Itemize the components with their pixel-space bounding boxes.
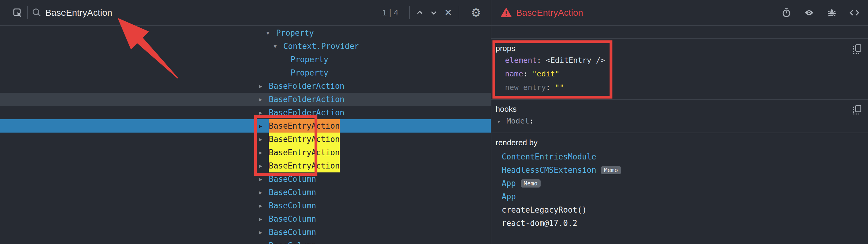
component-name: BaseColumn (269, 173, 316, 186)
inspected-element-header: BaseEntryAction (491, 0, 868, 26)
collapsed-arrow-icon[interactable]: ▸ (259, 109, 269, 116)
owner-link[interactable]: App (502, 192, 516, 201)
props-section: props element:<EditEntry />name:"edit"ne… (491, 39, 868, 100)
tree-row-basecolumn[interactable]: ▸BaseColumn (0, 186, 491, 199)
collapsed-arrow-icon[interactable]: ▸ (259, 122, 269, 129)
owner-label: react-dom@17.0.2 (502, 219, 577, 228)
tree-row-basefolderaction[interactable]: ▸BaseFolderAction (0, 106, 491, 119)
tree-row-basecolumn[interactable]: ▸BaseColumn (0, 225, 491, 239)
collapsed-arrow-icon[interactable]: ▸ (259, 242, 269, 244)
props-list: element:<EditEntry />name:"edit"new entr… (496, 54, 868, 94)
stopwatch-icon[interactable] (781, 7, 792, 18)
rendered-by-item: App (496, 190, 868, 203)
rendered-by-list: ContentEntriesModuleHeadlessCMSExtension… (496, 148, 868, 230)
prop-key: new entry (505, 83, 546, 92)
component-name: Property (290, 53, 328, 66)
component-name: Property (290, 66, 328, 80)
collapsed-arrow-icon[interactable]: ▸ (259, 228, 269, 236)
copy-icon[interactable] (853, 105, 861, 115)
tree-row-basecolumn[interactable]: ▸BaseColumn (0, 239, 491, 244)
next-match-button[interactable] (427, 8, 441, 17)
tree-row-basefolderaction[interactable]: ▸BaseFolderAction (0, 80, 491, 93)
tree-row-context-provider[interactable]: ▾Context.Provider (0, 39, 491, 53)
prop-row-new-entry[interactable]: new entry:"" (496, 81, 868, 94)
component-name: BaseFolderAction (269, 106, 344, 119)
react-devtools-components-panel: 1 | 4 ✕ ⚙ ▾Property▾Context.ProviderProp… (0, 0, 868, 244)
collapsed-arrow-icon[interactable]: ▸ (259, 215, 269, 222)
component-name: BaseEntryAction (269, 146, 340, 159)
prop-row-name[interactable]: name:"edit" (496, 67, 868, 81)
prop-row-element[interactable]: element:<EditEntry /> (496, 54, 868, 67)
tree-row-baseentryaction[interactable]: ▸BaseEntryAction (0, 159, 491, 173)
inspect-element-icon (11, 6, 24, 19)
copy-icon[interactable] (853, 44, 861, 54)
collapsed-arrow-icon[interactable]: ▸ (259, 135, 269, 143)
props-section-label: props (496, 43, 868, 54)
prop-key: element (505, 56, 537, 65)
expanded-arrow-icon[interactable]: ▾ (267, 29, 276, 36)
inspected-component-title: BaseEntryAction (516, 7, 583, 18)
collapsed-arrow-icon[interactable]: ▸ (259, 96, 269, 103)
inspect-element-button[interactable] (11, 6, 24, 19)
tree-row-basecolumn[interactable]: ▸BaseColumn (0, 212, 491, 225)
search-result-count: 1 | 4 (382, 8, 398, 18)
tree-toolbar: 1 | 4 ✕ ⚙ (0, 0, 491, 26)
tree-row-basecolumn[interactable]: ▸BaseColumn (0, 199, 491, 212)
toolbar-separator (459, 6, 459, 19)
tree-row-baseentryaction[interactable]: ▸BaseEntryAction (0, 132, 491, 146)
hooks-section: hooks ▸ Model : (491, 100, 868, 133)
rendered-by-item: AppMemo (496, 177, 868, 190)
toolbar-separator (409, 6, 410, 19)
component-name: BaseEntryAction (269, 119, 340, 132)
search-input[interactable] (45, 7, 380, 18)
hooks-section-label: hooks (496, 104, 868, 114)
collapsed-arrow-icon[interactable]: ▸ (259, 189, 269, 196)
eye-icon[interactable] (803, 7, 815, 19)
tree-row-property[interactable]: ▾Property (0, 26, 491, 39)
component-name: BaseColumn (269, 239, 316, 244)
rendered-by-item: react-dom@17.0.2 (496, 216, 868, 230)
previous-match-button[interactable] (413, 8, 427, 17)
component-name: BaseEntryAction (269, 132, 340, 146)
tree-row-property[interactable]: Property (0, 53, 491, 66)
collapsed-arrow-icon[interactable]: ▸ (259, 83, 269, 90)
collapsed-arrow-icon[interactable]: ▸ (497, 118, 506, 124)
components-tree-panel: 1 | 4 ✕ ⚙ ▾Property▾Context.ProviderProp… (0, 0, 491, 244)
collapsed-arrow-icon[interactable]: ▸ (259, 149, 269, 156)
view-source-code-icon[interactable] (849, 7, 860, 19)
tree-row-baseentryaction[interactable]: ▸BaseEntryAction (0, 146, 491, 159)
component-name: Property (276, 26, 314, 39)
prop-value: "edit" (532, 69, 559, 78)
error-triangle-icon (500, 7, 512, 19)
owner-link[interactable]: HeadlessCMSExtension (502, 165, 596, 175)
toolbar-separator (27, 6, 28, 19)
expanded-arrow-icon[interactable]: ▾ (274, 42, 283, 50)
rendered-by-section: rendered by ContentEntriesModuleHeadless… (491, 133, 868, 235)
component-name: BaseColumn (269, 225, 316, 239)
prop-separator: : (537, 56, 541, 65)
component-tree: ▾Property▾Context.ProviderPropertyProper… (0, 26, 491, 244)
hook-name: Model (506, 117, 529, 125)
hook-item-model[interactable]: ▸ Model : (496, 114, 868, 128)
tree-row-basefolderaction[interactable]: ▸BaseFolderAction (0, 93, 491, 106)
rendered-by-item: createLegacyRoot() (496, 203, 868, 216)
component-name: BaseColumn (269, 212, 316, 225)
collapsed-arrow-icon[interactable]: ▸ (259, 162, 269, 170)
tree-row-basecolumn[interactable]: ▸BaseColumn (0, 173, 491, 186)
component-name: BaseFolderAction (269, 93, 344, 106)
tree-row-baseentryaction[interactable]: ▸BaseEntryAction (0, 119, 491, 132)
component-name: BaseColumn (269, 186, 316, 199)
owner-link[interactable]: ContentEntriesModule (502, 152, 596, 161)
chevron-down-icon (429, 8, 438, 17)
bug-icon[interactable] (826, 7, 837, 18)
settings-gear-icon[interactable]: ⚙ (468, 6, 484, 19)
prop-separator: : (523, 69, 528, 78)
clear-search-button[interactable]: ✕ (441, 7, 456, 18)
collapsed-arrow-icon[interactable]: ▸ (259, 202, 269, 209)
owner-link[interactable]: App (502, 179, 516, 188)
component-name: BaseColumn (269, 199, 316, 212)
inspected-element-panel: BaseEntryAction (491, 0, 868, 244)
tree-row-property[interactable]: Property (0, 66, 491, 80)
collapsed-arrow-icon[interactable]: ▸ (259, 176, 269, 183)
search-icon (31, 7, 42, 18)
